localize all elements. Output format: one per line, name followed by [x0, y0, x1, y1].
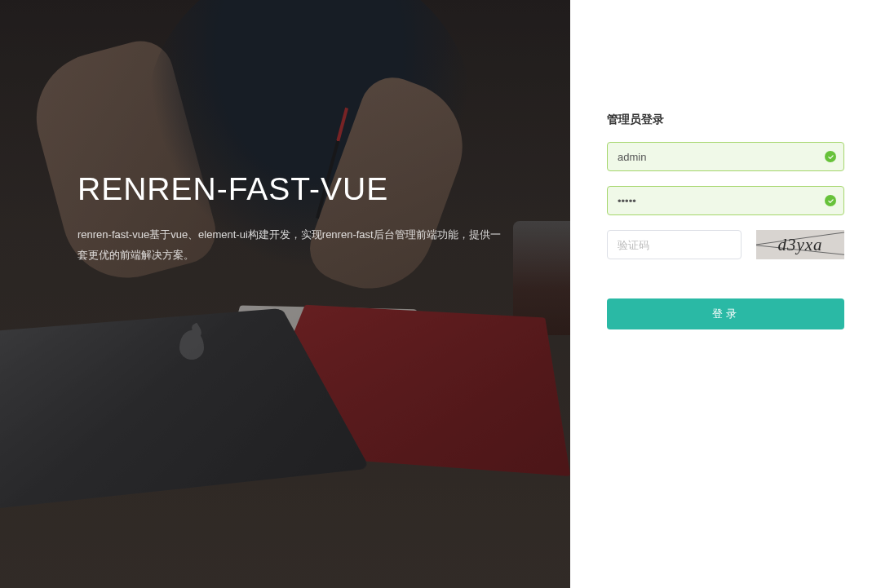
- login-page: RENREN-FAST-VUE renren-fast-vue基于vue、ele…: [0, 0, 881, 588]
- username-group: [607, 142, 844, 171]
- captcha-image[interactable]: d3yxa: [756, 230, 844, 259]
- captcha-text: d3yxa: [777, 235, 822, 255]
- captcha-row: d3yxa: [607, 230, 844, 259]
- captcha-input[interactable]: [607, 230, 742, 259]
- hero-panel: RENREN-FAST-VUE renren-fast-vue基于vue、ele…: [0, 0, 570, 588]
- brand-description: renren-fast-vue基于vue、element-ui构建开发，实现re…: [77, 225, 502, 265]
- login-title: 管理员登录: [607, 113, 844, 127]
- login-button[interactable]: 登录: [607, 298, 844, 329]
- password-input[interactable]: [607, 186, 844, 215]
- username-input[interactable]: [607, 142, 844, 171]
- brand-title: RENREN-FAST-VUE: [77, 171, 521, 207]
- check-circle-icon: [825, 151, 836, 162]
- check-circle-icon: [825, 195, 836, 206]
- password-group: [607, 186, 844, 215]
- login-form-panel: 管理员登录 d3yxa 登录: [570, 0, 881, 588]
- hero-overlay: [0, 0, 570, 588]
